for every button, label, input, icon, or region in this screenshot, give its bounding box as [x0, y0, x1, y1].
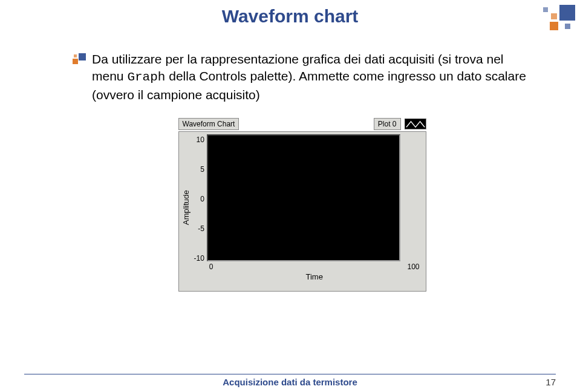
chart-legend[interactable]: Plot 0 — [374, 118, 426, 130]
x-axis-ticks: 0 100 — [207, 261, 422, 271]
page-number: 17 — [546, 377, 556, 387]
chart-body: Amplitude 10 5 0 -5 -10 0 100 Time — [178, 131, 426, 292]
y-axis-ticks: 10 5 0 -5 -10 — [192, 136, 207, 263]
footer: Acquisizione dati da termistore 17 — [0, 374, 580, 387]
ytick: 10 — [194, 136, 204, 144]
plot-area[interactable] — [207, 134, 400, 261]
content-area: Da utilizzare per la rappresentazione gr… — [0, 27, 580, 292]
xtick: 0 — [209, 263, 213, 271]
ytick: -5 — [194, 224, 204, 233]
y-axis-label: Amplitude — [180, 134, 192, 281]
footer-text: Acquisizione dati da termistore — [223, 377, 357, 387]
waveform-chart-widget: Waveform Chart Plot 0 Amplitude 10 5 0 -… — [178, 118, 426, 292]
legend-label: Plot 0 — [374, 118, 401, 130]
bullet-text: Da utilizzare per la rappresentazione gr… — [92, 51, 532, 103]
ytick: 0 — [194, 195, 204, 203]
x-axis-label: Time — [207, 272, 422, 281]
chart-panel-label[interactable]: Waveform Chart — [178, 118, 239, 130]
footer-divider — [24, 374, 556, 374]
corner-decoration — [539, 5, 575, 35]
legend-swatch-icon — [405, 119, 426, 129]
bullet-icon — [73, 53, 86, 67]
bullet-code: Graph — [127, 70, 165, 84]
ytick: -10 — [194, 254, 204, 263]
page-title: Waveform chart — [0, 0, 580, 27]
bullet-item: Da utilizzare per la rappresentazione gr… — [73, 51, 532, 103]
ytick: 5 — [194, 165, 204, 174]
xtick: 100 — [407, 263, 419, 271]
